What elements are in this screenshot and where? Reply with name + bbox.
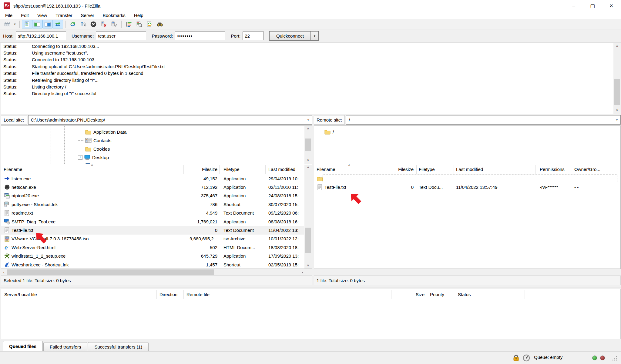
queue-col-size[interactable]: Size (391, 289, 425, 299)
file-row-readme.txt[interactable]: readme.txt4,949Text Document09/12/2020 0… (1, 209, 304, 217)
password-input[interactable]: •••••••• (175, 32, 225, 40)
resize-grip[interactable] (611, 355, 618, 362)
synchronized-browsing-button[interactable] (144, 20, 155, 28)
close-button[interactable] (602, 0, 621, 11)
file-row-SMTP-Diag-Tool.exe[interactable]: SMTP_Diag_Tool.exe1,769,021Application08… (1, 217, 304, 226)
menu-item-file[interactable]: File (1, 11, 17, 19)
tree-item-root[interactable]: / (317, 128, 334, 136)
scroll-down-icon[interactable] (613, 108, 621, 114)
remote-site-combo[interactable]: / (346, 115, 621, 125)
scroll-down-icon[interactable] (304, 263, 312, 269)
disconnect-button[interactable] (99, 20, 109, 28)
file-size: 1,457 (147, 260, 217, 269)
local-list-scrollbar[interactable] (304, 165, 312, 269)
queue-col-priority[interactable]: Priority (430, 289, 444, 299)
list-scrollbar-thumb[interactable] (305, 228, 311, 253)
queue-col-status[interactable]: Status (458, 289, 471, 299)
scroll-left-icon[interactable] (1, 269, 7, 276)
file-name: readme.txt (12, 209, 33, 217)
local-site-combo[interactable]: C:\Users\administrator.PNL\Desktop\ (28, 115, 312, 125)
cancel-button[interactable] (88, 20, 99, 28)
scroll-right-icon[interactable] (299, 269, 305, 276)
maximize-button[interactable] (583, 0, 602, 11)
file-row-..[interactable]: .. (314, 174, 620, 183)
chevron-down-icon[interactable] (616, 118, 618, 122)
column-header-filesize[interactable]: Filesize (147, 164, 217, 174)
menu-item-view[interactable]: View (33, 11, 51, 19)
process-queue-button[interactable] (78, 20, 88, 28)
toggle-queue-button[interactable] (53, 20, 63, 28)
refresh-button[interactable] (68, 20, 78, 28)
menu-item-transfer[interactable]: Transfer (51, 11, 76, 19)
column-header-modified[interactable]: Last modified (268, 164, 295, 174)
refresh-icon (69, 21, 76, 28)
toggle-remote-tree-button[interactable] (42, 20, 53, 28)
file-name: TestFile.txt (324, 183, 346, 191)
toggle-message-log-button[interactable] (22, 20, 32, 28)
file-row-Wireshark.exe-Shortcut.lnk[interactable]: Wireshark.exe - Shortcut.lnk1,457Shortcu… (1, 260, 304, 269)
toggle-local-tree-button[interactable] (32, 20, 42, 28)
file-type: Application (223, 174, 246, 183)
file-row-windirstat1-1-2-setup.exe[interactable]: windirstat1_1_2_setup.exe645,729Applicat… (1, 252, 304, 260)
log-scrollbar-thumb[interactable] (614, 79, 620, 105)
scroll-down-icon[interactable] (304, 158, 312, 164)
log-row-type: Status: (1, 57, 32, 62)
directory-comparison-button[interactable] (155, 20, 165, 28)
column-header-filetype[interactable]: Filetype (223, 164, 240, 174)
reconnect-button[interactable] (109, 20, 119, 28)
tree-item-contacts[interactable]: Contacts (78, 136, 111, 145)
menu-item-edit[interactable]: Edit (17, 11, 33, 19)
menu-item-help[interactable]: Help (130, 11, 148, 19)
minimize-button[interactable] (564, 0, 583, 11)
file-row-ntptool20.exe[interactable]: ntptool20.exe375,467Application24/08/201… (1, 192, 304, 200)
filter-button[interactable] (124, 20, 134, 28)
menu-item-bookmarks[interactable]: Bookmarks (99, 11, 130, 19)
scroll-up-icon[interactable] (613, 43, 621, 49)
tree-item-desktop[interactable]: Desktop (78, 153, 109, 162)
queue-col-remote-file[interactable]: Remote file (186, 289, 210, 299)
site-manager-dropdown-button[interactable] (12, 20, 17, 28)
column-header-filesize[interactable]: Filesize (375, 164, 414, 174)
column-header-owner[interactable]: Owner/Gro... (574, 164, 600, 174)
scroll-up-icon[interactable] (304, 165, 312, 171)
local-tree-scrollbar[interactable] (304, 126, 312, 164)
queue-col-local-file[interactable]: Server/Local file (4, 289, 37, 299)
port-input[interactable]: 22 (243, 32, 264, 40)
column-header-filetype[interactable]: Filetype (419, 164, 435, 174)
tab-successful-transfers-1-[interactable]: Successful transfers (1) (88, 342, 149, 351)
tab-failed-transfers[interactable]: Failed transfers (43, 342, 87, 351)
tree-item-application-data[interactable]: Application Data (78, 128, 126, 136)
tree-item-partial[interactable] (78, 162, 93, 164)
site-manager-button[interactable] (2, 20, 12, 28)
log-scrollbar[interactable] (613, 43, 621, 114)
tree-item-label: Cookies (93, 146, 110, 152)
tree-scrollbar-thumb[interactable] (305, 139, 311, 151)
file-search-button[interactable] (134, 20, 144, 28)
file-row-TestFile.txt[interactable]: TestFile.txt0Text Docu...11/04/2022 13:5… (314, 183, 620, 191)
expander-plus-icon[interactable] (78, 155, 82, 160)
file-name: SMTP_Diag_Tool.exe (12, 217, 55, 226)
menu-item-server[interactable]: Server (77, 11, 99, 19)
file-row-putty.exe-Shortcut.lnk[interactable]: putty.exe - Shortcut.lnk786Shortcut30/07… (1, 200, 304, 209)
speed-limit-icon (522, 354, 530, 363)
lock-icon (512, 354, 520, 363)
hscrollbar-thumb[interactable] (7, 269, 214, 275)
file-row-listen.exe[interactable]: listen.exe49,152Application29/04/2019 10… (1, 174, 304, 183)
queue-col-direction[interactable]: Direction (159, 289, 177, 299)
column-header-filename[interactable]: Filename (4, 164, 22, 174)
local-list-hscrollbar[interactable] (1, 269, 305, 276)
column-header-filename[interactable]: Filename (317, 164, 335, 174)
tree-item-cookies[interactable]: Cookies (78, 145, 110, 153)
file-type: HTML Docum... (223, 243, 255, 252)
username-input[interactable]: test.user (96, 32, 146, 40)
file-row-netscan.exe[interactable]: netscan.exe712,192Application02/11/2010 … (1, 183, 304, 191)
host-input[interactable]: sftp://192.168.100.1 (16, 32, 66, 40)
quickconnect-dropdown-button[interactable] (311, 31, 319, 41)
queue-splitter[interactable] (0, 285, 621, 288)
column-header-modified[interactable]: Last modified (456, 164, 483, 174)
chevron-down-icon[interactable] (307, 118, 309, 122)
scroll-up-icon[interactable] (304, 126, 312, 132)
quickconnect-button[interactable]: Quickconnect (269, 31, 311, 41)
column-header-permissions[interactable]: Permissions (540, 164, 565, 174)
tab-queued-files[interactable]: Queued files (3, 341, 43, 351)
